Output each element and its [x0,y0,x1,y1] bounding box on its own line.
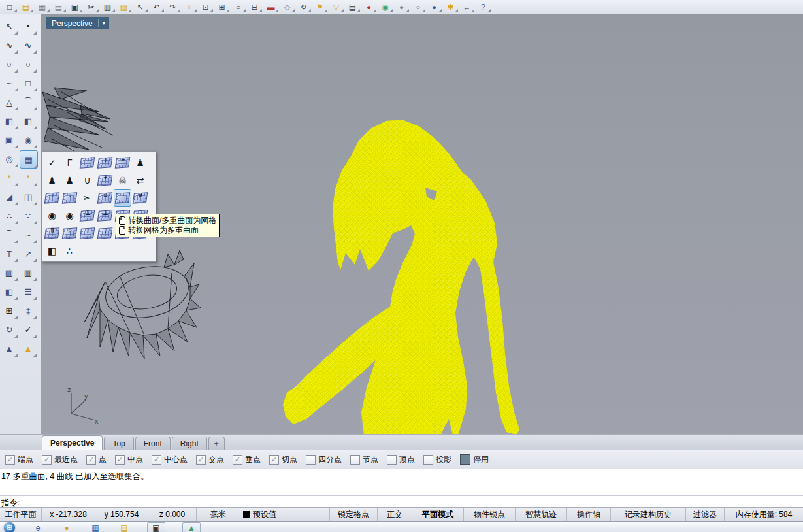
checkbox[interactable] [387,455,397,465]
osnap-item-intersection[interactable]: 交点 [196,454,224,465]
mesh-collapse-b-icon[interactable]: ↓ [96,224,114,242]
planar-mode-toggle[interactable]: 平面模式 [412,508,464,521]
record-history-toggle[interactable]: 记录建构历史 [611,508,686,521]
mesh-add-icon[interactable]: + [96,171,114,189]
undo-icon[interactable]: ↶ [148,1,165,13]
checkbox[interactable] [42,455,52,465]
filter-pane[interactable]: 过滤器 [686,508,725,521]
checkbox[interactable] [350,455,360,465]
ghosted-sphere-icon[interactable]: ○ [410,1,426,13]
analyze-points-icon[interactable]: ∴ [1,207,18,224]
copy-icon[interactable]: ▥ [99,1,116,13]
options-gears-icon[interactable]: ✱ [442,1,459,13]
tab-perspective[interactable]: Perspective [42,435,103,450]
osnap-item-vertex[interactable]: 顶点 [387,454,415,465]
mesh-check-icon[interactable]: ✓ [43,154,61,171]
zoom-extents-icon[interactable]: ⊞ [214,1,230,13]
osnap-item-project[interactable]: 投影 [423,454,451,465]
mesh-weld-icon[interactable]: ⊥ [78,207,96,224]
cut-icon[interactable]: ✂ [83,1,99,13]
tab-front[interactable]: Front [135,437,171,450]
surface-patch-icon[interactable]: ◧ [20,112,37,129]
mesh-unweld-icon[interactable]: ⊥ [96,207,114,224]
mesh-collapse-icon[interactable]: ↓ [78,224,96,242]
checkbox[interactable] [5,455,15,465]
checkbox[interactable] [423,455,433,465]
taskbar-explorer-icon[interactable]: ▤ [118,523,130,532]
mesh-tools-icon[interactable]: ▦ [20,150,38,169]
cplane-pane[interactable]: 工作平面 [0,508,42,521]
smarttrack-toggle[interactable]: 智慧轨迹 [516,508,567,521]
perspective-view-icon[interactable]: ◇ [279,1,295,13]
mesh-dense-icon[interactable]: # [131,189,149,207]
mesh-hole-icon[interactable]: ○ [61,224,78,242]
ellipse-icon[interactable]: ○ [20,56,37,73]
tab-top[interactable]: Top [104,437,133,450]
freeform-curve-icon[interactable]: ~ [1,75,18,91]
ortho-toggle[interactable]: 正交 [378,508,412,521]
point-set-icon[interactable]: ∵ [20,207,37,224]
render-sphere-icon[interactable]: ● [361,1,377,13]
mesh-reduce-icon[interactable]: ∴ [61,242,78,259]
mesh-axes-icon[interactable]: ↕ [43,189,61,207]
gumball-toggle[interactable]: 操作轴 [567,508,611,521]
box-icon[interactable]: ▣ [1,131,18,148]
hatch-icon[interactable]: ☰ [20,283,37,300]
mesh-repair-tools-icon[interactable]: Γ [61,154,78,171]
render-preview-icon[interactable]: ▬ [263,1,279,13]
curve-through-points-icon[interactable]: ∿ [20,37,37,54]
units-pane[interactable]: 毫米 [197,508,240,521]
move-icon[interactable]: ↗ [20,245,37,262]
mesh-window-icon[interactable] [78,154,96,171]
help-icon[interactable]: ? [475,1,491,13]
rectangle-icon[interactable]: □ [20,75,37,91]
blend-curve-icon[interactable]: ~ [20,226,37,243]
arc-icon[interactable]: ⌒ [20,93,37,110]
mesh-flip-icon[interactable]: ⇄ [131,171,149,189]
tab-right[interactable]: Right [172,437,207,450]
mesh-paint-icon[interactable]: ! [96,154,114,171]
new-file-icon[interactable]: □ [1,1,18,13]
circle-icon[interactable]: ○ [1,56,18,73]
paste-icon[interactable]: ▨ [116,1,132,13]
pan-icon[interactable]: + [181,1,197,13]
pyramid-icon[interactable]: ▲ [1,340,18,357]
notes-icon[interactable]: ▤ [344,1,361,13]
mesh-skull-icon[interactable]: ☠ [114,171,131,189]
split-icon[interactable]: ◫ [20,188,37,205]
pipe-icon[interactable]: ‡ [20,302,37,319]
checkbox[interactable] [115,455,125,465]
mesh-flatten-icon[interactable]: ≡ [96,189,114,207]
taskbar-calculator-icon[interactable]: ▦ [90,523,101,532]
solid-cube-icon[interactable]: ◧ [1,283,18,300]
disable-swatch[interactable] [460,454,470,465]
start-button[interactable]: ⊞ [4,522,15,532]
polyline-icon[interactable]: ∿ [1,37,18,54]
check-icon[interactable]: ✓ [20,321,37,338]
rotate-view-icon[interactable]: ↻ [295,1,312,13]
osnap-item-tangent[interactable]: 切点 [269,454,297,465]
explode-icon[interactable]: * [1,169,18,186]
checkbox[interactable] [152,455,161,465]
osnap-item-center[interactable]: 中心点 [152,454,188,465]
select-pointer-icon[interactable]: ↖ [132,1,148,13]
raytrace-sphere-icon[interactable]: ● [426,1,442,13]
fillet-arc-icon[interactable]: ⌒ [1,226,18,243]
mesh-convert-icon[interactable] [114,189,131,207]
copy-page-icon[interactable]: ▣ [67,1,83,13]
print-icon[interactable]: ▤ [50,1,67,13]
viewport-layout-icon[interactable]: ⊟ [246,1,263,13]
zoom-window-icon[interactable]: ⊡ [197,1,214,13]
taskbar-browser-icon[interactable]: e [32,523,44,532]
osnap-toggle[interactable]: 物件锁点 [464,508,516,521]
redo-icon[interactable]: ↷ [165,1,181,13]
shaded-sphere-icon[interactable]: ● [393,1,410,13]
trim-icon[interactable]: ◢ [1,188,18,205]
osnap-item-quadrant[interactable]: 四分点 [306,454,342,465]
cylinder-icon[interactable]: ◎ [1,150,18,167]
dimension-icon[interactable]: ↔ [459,1,475,13]
mesh-worker-carry-icon[interactable]: ♟ [61,171,78,189]
bucket-icon[interactable]: ∪ [78,171,96,189]
single-point-icon[interactable]: • [20,18,37,35]
mesh-disc-icon[interactable]: ◉ [43,207,61,224]
